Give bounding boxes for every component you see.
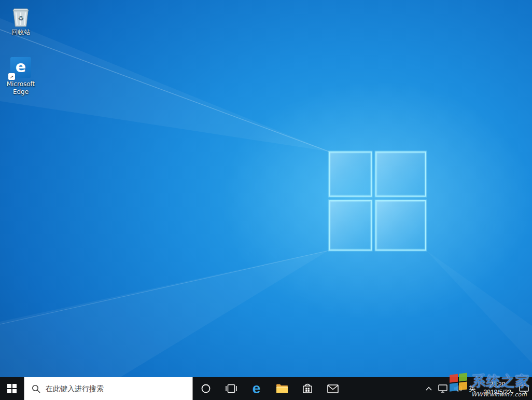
desktop-icon-label: Microsoft Edge: [2, 80, 39, 96]
svg-text:♻: ♻: [18, 15, 24, 22]
wallpaper: [0, 0, 532, 400]
search-input[interactable]: [45, 377, 192, 400]
action-center-icon: [519, 384, 529, 393]
tray-display-button[interactable]: [435, 377, 451, 400]
tray-chevron-up-button[interactable]: [423, 377, 435, 400]
taskbar-explorer-button[interactable]: [269, 377, 295, 400]
system-tray: 英 23:20 2019/5/22: [423, 377, 532, 400]
store-icon: [302, 383, 313, 394]
clock-date: 2019/5/22: [484, 389, 511, 396]
edge-icon: e ↗: [9, 56, 32, 79]
shortcut-arrow-icon: ↗: [8, 73, 15, 80]
speaker-icon: [454, 384, 463, 393]
desktop-icon-label: 回收站: [11, 29, 30, 36]
taskbar-mail-button[interactable]: [320, 377, 345, 400]
task-view-button[interactable]: [218, 377, 244, 400]
windows-logo: [329, 152, 426, 250]
display-icon: [438, 384, 447, 393]
clock-time: 23:20: [489, 381, 505, 389]
desktop-icon-edge[interactable]: e ↗ Microsoft Edge: [2, 56, 39, 96]
tray-input-indicator[interactable]: 英: [466, 377, 479, 400]
tray-volume-button[interactable]: [451, 377, 466, 400]
cortana-button[interactable]: [193, 377, 218, 400]
taskbar-store-button[interactable]: [295, 377, 320, 400]
start-button[interactable]: [0, 377, 24, 400]
windows-start-icon: [7, 384, 17, 393]
action-center-button[interactable]: [516, 377, 532, 400]
taskbar-search[interactable]: [24, 377, 193, 400]
task-view-icon: [226, 384, 237, 393]
chevron-up-icon: [426, 387, 432, 391]
mail-icon: [327, 384, 339, 393]
desktop: ♻ 回收站 e ↗ Microsoft Edge: [0, 0, 532, 400]
taskbar-edge-button[interactable]: e: [244, 377, 269, 400]
search-icon: [32, 384, 40, 393]
tray-clock[interactable]: 23:20 2019/5/22: [479, 377, 516, 400]
recycle-bin-icon: ♻: [9, 4, 32, 27]
edge-icon: e: [253, 381, 261, 396]
taskbar: e: [0, 377, 532, 400]
file-explorer-icon: [276, 383, 288, 394]
desktop-icon-recycle-bin[interactable]: ♻ 回收站: [2, 4, 39, 36]
cortana-icon: [201, 383, 211, 394]
